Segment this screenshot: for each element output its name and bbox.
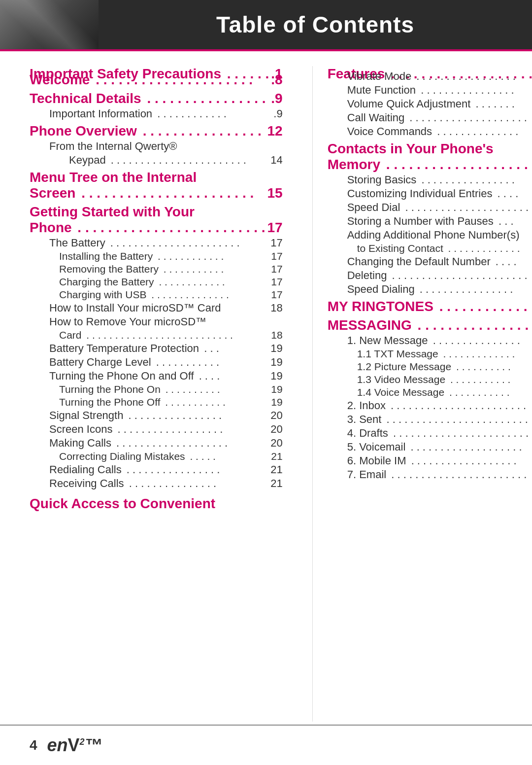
list-item: Getting Started with Your Phone . . . . … — [30, 204, 283, 236]
toc-dots: . . . . . . . . . . . . . . . . . . . — [405, 441, 532, 453]
toc-dots: . . . . . . . . . . . . . . . . — [123, 409, 270, 422]
toc-dots: . . . . . . . . . . . . — [152, 107, 273, 120]
toc-label: 4. Drafts — [347, 427, 388, 440]
toc-page: 17 — [271, 263, 282, 275]
toc-page: .9 — [273, 107, 282, 120]
list-item: Installing the Battery . . . . . . . . .… — [59, 250, 283, 262]
toc-label: Storing a Number with Pauses — [347, 215, 494, 228]
brand-logo: enV2™ — [47, 735, 102, 756]
toc-label: MY RINGTONES — [328, 299, 433, 314]
list-item: Turning the Phone Off . . . . . . . . . … — [59, 396, 283, 408]
toc-label: Receiving Calls — [49, 477, 124, 490]
toc-label: Mute Function — [347, 84, 416, 97]
toc-dots: . . . . . . . . . . . . . . . . . . . . — [404, 111, 532, 124]
toc-label: Redialing Calls — [49, 463, 122, 476]
list-item: Important Safety Precautions . . . . . .… — [30, 66, 283, 69]
toc-label: Speed Dial — [347, 201, 400, 214]
list-item: Speed Dialing . . . . . . . . . . . . . … — [347, 283, 532, 296]
toc-dots: . . . . . . . . . . . . . . . — [124, 477, 271, 490]
toc-label: Card — [59, 329, 82, 341]
toc-label: Important Information — [49, 107, 152, 120]
toc-label: Screen Icons — [49, 423, 112, 436]
toc-page: .8 — [271, 72, 282, 88]
toc-page: 21 — [271, 451, 282, 462]
list-item: to Existing Contact . . . . . . . . . . … — [357, 243, 532, 254]
toc-dots: . . . . . . . . . . . . . . . . — [416, 84, 532, 97]
toc-dots: . . . . . . . . . . . — [159, 263, 271, 275]
toc-label: Adding Additional Phone Number(s) — [347, 229, 520, 242]
list-item: Volume Quick Adjustment . . . . . . . 22 — [347, 98, 532, 110]
list-item: Screen Icons . . . . . . . . . . . . . .… — [49, 423, 283, 436]
list-item: Correcting Dialing Mistakes . . . . . 21 — [59, 451, 283, 462]
list-item: Storing a Number with Pauses . . . 25 — [347, 215, 532, 228]
list-item: 1.3 Video Message . . . . . . . . . . . … — [357, 374, 532, 385]
list-item: Menu Tree on the Internal Screen . . . .… — [30, 170, 283, 201]
toc-label: Speed Dialing — [347, 283, 415, 296]
list-item: Charging the Battery . . . . . . . . . .… — [59, 276, 283, 288]
toc-dots: . . . . . . . . . . . . . . . . . — [411, 70, 532, 83]
list-item: Storing Basics . . . . . . . . . . . . .… — [347, 174, 532, 186]
toc-label: Quick Access to Convenient — [30, 496, 215, 511]
toc-dots: . . . . . . . — [470, 98, 532, 110]
toc-dots: . . . . — [491, 255, 532, 268]
toc-label-cont: Screen — [30, 185, 75, 201]
toc-dots: . . . . . . . . . . . . — [153, 250, 271, 262]
toc-dots: . . . . . . . . . . . . . . . . — [415, 283, 532, 296]
toc-page: 20 — [270, 423, 282, 436]
toc-dots: . . . . . . . . . . . — [160, 396, 271, 408]
toc-dots: . . . . . — [185, 451, 271, 462]
toc-dots: . . . . . . . . . . . . . . . . . . . . … — [386, 399, 532, 412]
main-content: Important Safety Precautions . . . . . .… — [0, 51, 532, 731]
toc-page: 15 — [267, 185, 283, 201]
toc-label: Signal Strength — [49, 409, 123, 422]
list-item: Keypad . . . . . . . . . . . . . . . . .… — [69, 154, 283, 167]
toc-page: 19 — [270, 370, 282, 382]
toc-label: Turning the Phone On and Off — [49, 370, 194, 382]
toc-dots: . . . . . . . . . . . . . . . . . . . . … — [381, 413, 532, 426]
list-item: Battery Temperature Protection . . . 19 — [49, 342, 283, 355]
list-item: Making Calls . . . . . . . . . . . . . .… — [49, 437, 283, 450]
list-item: Receiving Calls . . . . . . . . . . . . … — [49, 477, 283, 490]
toc-label: Getting Started with Your — [30, 204, 195, 220]
toc-dots: . . . . . . . . . . — [161, 383, 271, 395]
toc-label: Menu Tree on the Internal — [30, 170, 197, 185]
list-item: 7. Email . . . . . . . . . . . . . . . .… — [347, 468, 532, 481]
toc-dots: . . . . . . . . . . . . . . . . . . . . … — [387, 269, 532, 282]
list-item: Quick Access to Convenient — [30, 496, 283, 512]
toc-label: Charging with USB — [59, 289, 146, 301]
toc-page: 19 — [270, 342, 282, 355]
toc-page: 17 — [270, 237, 282, 249]
toc-page: 12 — [267, 123, 283, 139]
toc-label: 1.2 Picture Message — [357, 361, 451, 373]
list-item: MESSAGING . . . . . . . . . . . . . . . … — [328, 317, 532, 333]
toc-page: 20 — [270, 409, 282, 422]
toc-label: Storing Basics — [347, 174, 417, 186]
toc-label: Welcome — [30, 72, 90, 88]
toc-dots: . . . . . . . . . . . . . . . . . . . . … — [90, 72, 271, 88]
toc-label: Keypad — [69, 154, 106, 167]
toc-dots: . . . . . . . . . . . . . . . . . . . . … — [400, 201, 532, 214]
list-item: Changing the Default Number . . . . 26 — [347, 255, 532, 268]
toc-label: From the Internal Qwerty® — [49, 140, 177, 153]
list-item: From the Internal Qwerty® — [49, 140, 283, 153]
toc-page: 20 — [270, 437, 282, 450]
list-item: Adding Additional Phone Number(s) — [347, 229, 532, 242]
toc-dots: . . . — [199, 342, 270, 355]
toc-page: 17 — [267, 220, 283, 236]
toc-label: Volume Quick Adjustment — [347, 98, 471, 110]
list-item: How to Install Your microSD™ Card 18 — [49, 302, 283, 314]
toc-dots: . . . . . . . . . . — [451, 361, 532, 373]
toc-label: 3. Sent — [347, 413, 382, 426]
toc-label: Deleting — [347, 269, 387, 282]
toc-dots: . . . . . . . . . . . . . . . . . . . . … — [386, 468, 532, 481]
toc-label: How to Remove Your microSD™ — [49, 315, 206, 328]
toc-label: Voice Commands — [347, 125, 432, 138]
toc-label: Making Calls — [49, 437, 111, 450]
toc-dots: . . . . . . . . . . . . . . . . . . . . … — [388, 427, 532, 440]
toc-label: 1.1 TXT Message — [357, 348, 438, 360]
list-item: 1. New Message . . . . . . . . . . . . .… — [347, 334, 532, 347]
toc-label: Changing the Default Number — [347, 255, 491, 268]
toc-label: Vibrate Mode — [347, 70, 411, 83]
list-item: Features . . . . . . . . . . . . . . . .… — [328, 66, 532, 69]
toc-label: to Existing Contact — [357, 243, 443, 254]
